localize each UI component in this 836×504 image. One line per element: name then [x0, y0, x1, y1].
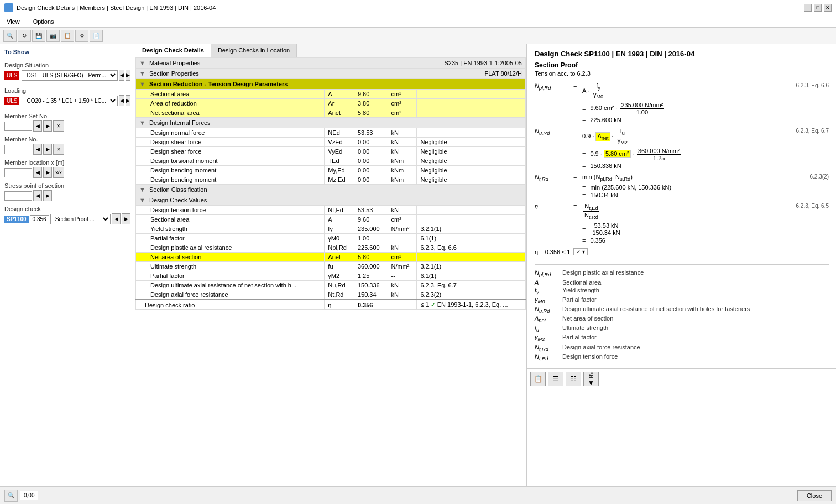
- tab-design-checks-location[interactable]: Design Checks in Location: [211, 44, 297, 57]
- npl-line2: 9.60 cm² · 235.000 N/mm²1.00: [590, 102, 665, 116]
- toolbar-btn-6[interactable]: ⚙: [75, 30, 88, 42]
- expand-icon-classification[interactable]: ▼: [139, 186, 145, 193]
- formula-nu-expr: 0.9 · Anet · fuγM2: [582, 128, 774, 145]
- eta-check-dropdown[interactable]: ✓ ▾: [573, 248, 588, 255]
- cell-unit: cm²: [388, 253, 417, 262]
- design-check-dropdown[interactable]: Section Proof ...: [50, 214, 111, 224]
- legend-desc-a: Sectional area: [562, 279, 601, 286]
- loading-dropdown[interactable]: CO20 - 1.35 * LC1 + 1.50 * LC...: [22, 96, 118, 106]
- legend-sym-fu: fu: [535, 324, 557, 333]
- expand-icon-material[interactable]: ▼: [139, 60, 145, 66]
- toolbar-btn-4[interactable]: 📷: [46, 30, 60, 42]
- to-show-label: To Show: [4, 49, 130, 55]
- rp-btn-copy[interactable]: 📋: [530, 372, 546, 386]
- menu-options[interactable]: Options: [31, 18, 56, 25]
- menu-bar: View Options: [0, 15, 836, 28]
- member-set-input[interactable]: --: [4, 122, 32, 131]
- section-proof-label: Section Proof: [535, 61, 829, 69]
- location-prev[interactable]: ◀: [33, 167, 42, 178]
- nu-line3: 150.336 kN: [590, 162, 621, 169]
- check-icon: ✓: [431, 301, 437, 308]
- right-panel-container: Design Check SP1100 | EN 1993 | DIN | 20…: [526, 44, 836, 486]
- eq-sym-eta-1: =: [573, 203, 582, 209]
- cell-value: 1.25: [354, 271, 388, 281]
- eq-sym-nu-3: =: [582, 162, 586, 169]
- eq-sym-nu-2: =: [582, 151, 586, 158]
- formula-nt-expr: min (Npl,Rd, Nu,Rd): [582, 174, 774, 182]
- member-set-next[interactable]: ▶: [43, 120, 52, 132]
- legend-row-1: Npl,Rd Design plastic axial resistance: [535, 269, 829, 277]
- legend-sym-nted: Nt,Ed: [535, 353, 557, 361]
- expand-icon-section[interactable]: ▼: [139, 70, 145, 77]
- right-panel: Design Check SP1100 | EN 1993 | DIN | 20…: [527, 44, 836, 368]
- location-next[interactable]: ▶: [43, 167, 52, 178]
- loading-row: ULS CO20 - 1.35 * LC1 + 1.50 * LC... ◀ ▶: [4, 95, 130, 106]
- formula-nu-label: Nu,Rd: [535, 128, 573, 136]
- minimize-button[interactable]: ‒: [804, 4, 812, 12]
- stress-next[interactable]: ▶: [43, 190, 52, 201]
- menu-view[interactable]: View: [4, 18, 22, 25]
- member-no-input[interactable]: 95: [4, 145, 32, 154]
- table-row: ▼ Material Properties S235 | EN 1993-1-1…: [136, 58, 526, 69]
- toolbar-btn-5[interactable]: 📋: [61, 30, 74, 42]
- material-props-header: Material Properties: [149, 60, 200, 66]
- nt-line3: 150.34 kN: [590, 192, 618, 198]
- cell-unit: kN: [388, 243, 417, 253]
- legend-sym-gm0: γM0: [535, 296, 557, 305]
- member-location-input[interactable]: 0.000: [4, 168, 32, 177]
- loading-next[interactable]: ▶: [126, 95, 130, 106]
- member-set-clear[interactable]: ✕: [53, 120, 64, 132]
- cell-sym: NEd: [325, 128, 354, 138]
- tab-design-check-details[interactable]: Design Check Details: [135, 44, 211, 57]
- formula-npl-expr: A · fyγM0: [582, 82, 774, 99]
- cell-sym: Nu,Rd: [325, 281, 354, 290]
- legend-row-3: fy Yield strength: [535, 287, 829, 295]
- legend-row-9: Nt,Rd Design axial force resistance: [535, 344, 829, 352]
- cell-name: Design shear force: [136, 138, 325, 147]
- design-check-prev[interactable]: ◀: [112, 213, 121, 224]
- expand-icon-reduction[interactable]: ▼: [139, 81, 145, 87]
- rp-btn-table[interactable]: ☷: [566, 372, 581, 386]
- eq-sym-eta-3: =: [582, 237, 586, 244]
- toolbar-btn-1[interactable]: 🔍: [3, 30, 17, 42]
- legend-sym-a: A: [535, 279, 557, 286]
- cell-sym: TEd: [325, 156, 354, 166]
- window-title: Design Check Details | Members | Steel D…: [17, 4, 216, 11]
- stress-point-input[interactable]: --: [4, 191, 32, 201]
- design-check-label: Design check: [4, 206, 130, 212]
- design-situation-dropdown[interactable]: DS1 - ULS (STR/GEO) - Perm...: [22, 70, 118, 81]
- expand-icon-dcv[interactable]: ▼: [139, 197, 145, 203]
- loading-prev[interactable]: ◀: [119, 95, 124, 106]
- legend-row-10: Nt,Ed Design tension force: [535, 353, 829, 361]
- rp-btn-list[interactable]: ☰: [548, 372, 563, 386]
- maximize-button[interactable]: □: [814, 4, 822, 12]
- rp-btn-print[interactable]: 🖨 ▼: [583, 372, 599, 386]
- toolbar-btn-2[interactable]: ↻: [18, 30, 31, 42]
- table-row: Design normal force NEd 53.53 kN: [136, 128, 526, 138]
- close-button[interactable]: ✕: [824, 4, 832, 12]
- cell-unit: cm²: [388, 99, 417, 108]
- location-xlx[interactable]: x/x: [53, 167, 64, 178]
- toolbar-btn-7[interactable]: 📄: [90, 30, 103, 42]
- table-row: Design shear force VyEd 0.00 kN Negligib…: [136, 147, 526, 156]
- member-no-next[interactable]: ▶: [43, 144, 52, 155]
- close-button[interactable]: Close: [797, 490, 832, 501]
- design-situation-prev[interactable]: ◀: [119, 70, 124, 81]
- legend-desc-fy: Yield strength: [562, 287, 599, 295]
- member-set-prev[interactable]: ◀: [33, 120, 42, 132]
- design-check-next[interactable]: ▶: [122, 213, 130, 224]
- toolbar-btn-3[interactable]: 💾: [32, 30, 45, 42]
- stress-prev[interactable]: ◀: [33, 190, 42, 201]
- title-bar: Design Check Details | Members | Steel D…: [0, 0, 836, 15]
- cell-value: 150.34: [354, 290, 388, 300]
- member-no-prev[interactable]: ◀: [33, 144, 42, 155]
- window-controls[interactable]: ‒ □ ✕: [804, 4, 832, 12]
- bottom-left: 🔍 0,00: [4, 490, 38, 502]
- design-situation-next[interactable]: ▶: [126, 70, 130, 81]
- cell-ref: 6.2.3, Eq. 6.6: [417, 243, 526, 253]
- bottom-search-btn[interactable]: 🔍: [4, 490, 18, 502]
- cell-name: Yield strength: [136, 224, 325, 234]
- expand-icon-forces[interactable]: ▼: [139, 119, 145, 126]
- member-no-clear[interactable]: ✕: [53, 144, 64, 155]
- cell-name: Sectional area: [136, 90, 325, 99]
